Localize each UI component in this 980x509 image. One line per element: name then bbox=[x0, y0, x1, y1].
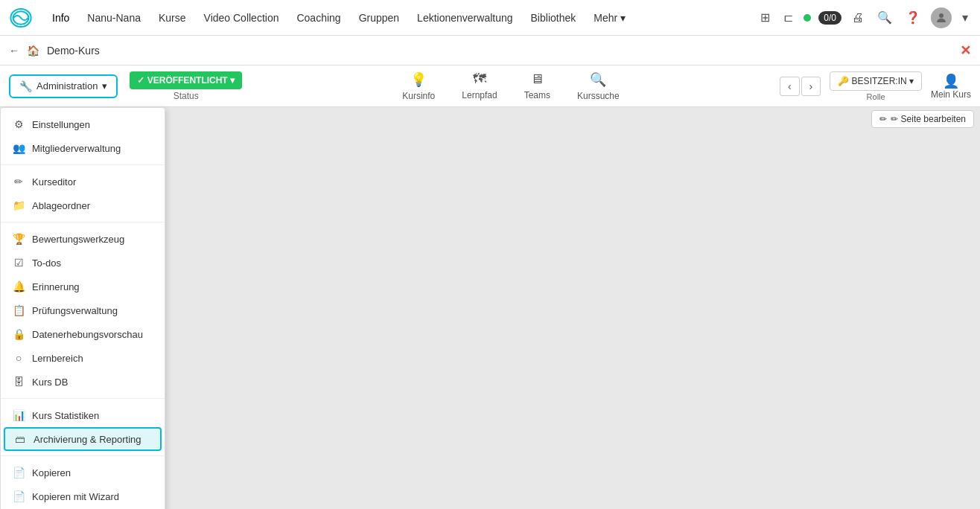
menu-kurseditor-label: Kurseditor bbox=[32, 176, 76, 188]
divider-1 bbox=[1, 164, 165, 165]
copy-icon: 📄 bbox=[13, 467, 25, 478]
menu-pruefungsverwaltung[interactable]: 📋 Prüfungsverwaltung bbox=[1, 298, 165, 322]
circle-icon: ○ bbox=[13, 352, 25, 364]
teams-icon: 🖥 bbox=[530, 71, 544, 87]
mein-kurs-button[interactable]: 👤 Mein Kurs bbox=[931, 73, 971, 100]
calendar-icon[interactable]: ⊞ bbox=[757, 7, 773, 28]
menu-einstellungen[interactable]: ⚙ Einstellungen bbox=[1, 112, 165, 136]
toolbar-right: ‹ › 🔑 BESITZER:IN ▾ Rolle 👤 Mein Kurs bbox=[780, 71, 971, 101]
folder-icon: 📁 bbox=[13, 199, 25, 211]
tab-lernpfad-label: Lernpfad bbox=[462, 90, 497, 100]
checkbox-icon: ☑ bbox=[13, 257, 25, 269]
lock-icon: 🔒 bbox=[13, 328, 25, 340]
menu-kursdb[interactable]: 🗄 Kurs DB bbox=[1, 370, 165, 394]
course-name: Demo-Kurs bbox=[47, 45, 100, 57]
dropdown-arrow-icon[interactable]: ▾ bbox=[959, 7, 971, 28]
edit-page-label: ✏ Seite bearbeiten bbox=[891, 114, 966, 124]
logo[interactable] bbox=[9, 6, 33, 30]
admin-dropdown: ⚙ Einstellungen 👥 Mitgliederverwaltung ✏… bbox=[0, 107, 165, 509]
admin-label: Administration bbox=[36, 80, 98, 92]
navbar: Info Nanu-Nana Kurse Video Collection Co… bbox=[0, 0, 980, 36]
help-icon[interactable]: ❓ bbox=[903, 7, 923, 28]
tab-teams-label: Teams bbox=[524, 90, 550, 100]
rss-icon[interactable]: ⊏ bbox=[780, 7, 796, 28]
nav-kurse[interactable]: Kurse bbox=[151, 7, 194, 28]
tab-kurssuche-label: Kurssuche bbox=[577, 91, 620, 101]
role-button[interactable]: 🔑 BESITZER:IN ▾ bbox=[830, 71, 922, 91]
score-badge: 0/0 bbox=[818, 11, 841, 25]
kurssuche-icon: 🔍 bbox=[590, 71, 606, 88]
menu-kurs-statistiken[interactable]: 📊 Kurs Statistiken bbox=[1, 403, 165, 427]
nav-links: Info Nanu-Nana Kurse Video Collection Co… bbox=[45, 7, 757, 28]
menu-mitgliederverwaltung[interactable]: 👥 Mitgliederverwaltung bbox=[1, 136, 165, 160]
mein-kurs-label: Mein Kurs bbox=[931, 89, 971, 100]
nav-gruppen[interactable]: Gruppen bbox=[351, 7, 407, 28]
menu-datenerhebung-label: Datenerhebungsvorschau bbox=[32, 329, 143, 340]
menu-erinnerung-label: Erinnerung bbox=[32, 281, 80, 292]
close-button[interactable]: ✕ bbox=[960, 42, 971, 59]
course-bar: ← 🏠 Demo-Kurs ✕ bbox=[0, 36, 980, 65]
menu-kopieren[interactable]: 📄 Kopieren bbox=[1, 461, 165, 484]
next-arrow-button[interactable]: › bbox=[801, 77, 821, 96]
nav-mehr[interactable]: Mehr ▾ bbox=[586, 7, 633, 28]
status-dot bbox=[804, 14, 811, 22]
wrench-icon: 🔧 bbox=[19, 80, 32, 92]
nav-nanu-nana[interactable]: Nanu-Nana bbox=[80, 7, 148, 28]
menu-kursdb-label: Kurs DB bbox=[32, 377, 68, 388]
prev-arrow-button[interactable]: ‹ bbox=[780, 77, 800, 96]
kurseditor-icon: ✏ bbox=[13, 176, 25, 188]
nav-bibliothek[interactable]: Bibliothek bbox=[524, 7, 584, 28]
nav-coaching[interactable]: Coaching bbox=[289, 7, 348, 28]
nav-right: ⊞ ⊏ 0/0 🖨 🔍 ❓ ▾ bbox=[757, 7, 971, 28]
exam-icon: 📋 bbox=[13, 304, 25, 316]
menu-erinnerung[interactable]: 🔔 Erinnerung bbox=[1, 275, 165, 298]
tab-kursinfo[interactable]: 💡 Kursinfo bbox=[390, 67, 447, 106]
members-icon: 👥 bbox=[13, 142, 25, 154]
menu-datenerhebung[interactable]: 🔒 Datenerhebungsvorschau bbox=[1, 322, 165, 346]
role-section-label: Rolle bbox=[867, 92, 885, 101]
back-arrow-icon[interactable]: ← bbox=[9, 45, 19, 57]
print-icon[interactable]: 🖨 bbox=[849, 8, 867, 28]
menu-lernbereich-label: Lernbereich bbox=[32, 353, 83, 364]
nav-lektionenverwaltung[interactable]: Lektionenverwaltung bbox=[410, 7, 520, 28]
menu-ablageordner[interactable]: 📁 Ablageordner bbox=[1, 193, 165, 217]
stats-icon: 📊 bbox=[13, 409, 25, 421]
avatar[interactable] bbox=[931, 7, 952, 28]
published-button[interactable]: ✓ VERÖFFENTLICHT ▾ bbox=[130, 71, 242, 89]
nav-video-collection[interactable]: Video Collection bbox=[197, 7, 287, 28]
trophy-icon: 🏆 bbox=[13, 233, 25, 245]
lernpfad-icon: 🗺 bbox=[473, 71, 486, 87]
menu-archivierung-label: Archivierung & Reporting bbox=[34, 434, 141, 445]
nav-info[interactable]: Info bbox=[45, 7, 77, 28]
edit-page-button[interactable]: ✏ ✏ Seite bearbeiten bbox=[871, 110, 974, 128]
menu-kopieren-wizard-label: Kopieren mit Wizard bbox=[32, 491, 119, 502]
menu-bewertungswerkzeug[interactable]: 🏆 Bewertungswerkzeug bbox=[1, 227, 165, 251]
page-edit-bar: ✏ ✏ Seite bearbeiten bbox=[871, 110, 974, 128]
menu-lernbereich[interactable]: ○ Lernbereich bbox=[1, 346, 165, 370]
tab-teams[interactable]: 🖥 Teams bbox=[512, 67, 562, 105]
menu-ablageordner-label: Ablageordner bbox=[32, 200, 90, 211]
menu-archivierung[interactable]: 🗃 Archivierung & Reporting bbox=[4, 427, 162, 451]
menu-kopieren-label: Kopieren bbox=[32, 467, 71, 478]
menu-einstellungen-label: Einstellungen bbox=[32, 119, 90, 130]
divider-2 bbox=[1, 222, 165, 223]
status-group: ✓ VERÖFFENTLICHT ▾ Status bbox=[130, 71, 242, 101]
tab-lernpfad[interactable]: 🗺 Lernpfad bbox=[450, 67, 509, 105]
menu-todos[interactable]: ☑ To-dos bbox=[1, 251, 165, 275]
nav-arrows: ‹ › bbox=[780, 77, 821, 96]
bell-icon: 🔔 bbox=[13, 281, 25, 292]
administration-button[interactable]: 🔧 Administration ▾ bbox=[9, 74, 118, 98]
archive-icon: 🗃 bbox=[14, 433, 26, 445]
status-label: Status bbox=[174, 91, 199, 101]
home-icon[interactable]: 🏠 bbox=[27, 45, 39, 57]
edit-icon: ✏ bbox=[879, 114, 887, 124]
menu-kurseditor[interactable]: ✏ Kurseditor bbox=[1, 170, 165, 193]
search-icon[interactable]: 🔍 bbox=[874, 7, 895, 28]
menu-kurs-statistiken-label: Kurs Statistiken bbox=[32, 410, 99, 421]
menu-bewertungswerkzeug-label: Bewertungswerkzeug bbox=[32, 234, 124, 245]
tab-kursinfo-label: Kursinfo bbox=[402, 91, 435, 101]
tab-kurssuche[interactable]: 🔍 Kurssuche bbox=[565, 67, 631, 106]
menu-kopieren-wizard[interactable]: 📄 Kopieren mit Wizard bbox=[1, 484, 165, 508]
copy-wizard-icon: 📄 bbox=[13, 490, 25, 502]
database-icon: 🗄 bbox=[13, 376, 25, 388]
